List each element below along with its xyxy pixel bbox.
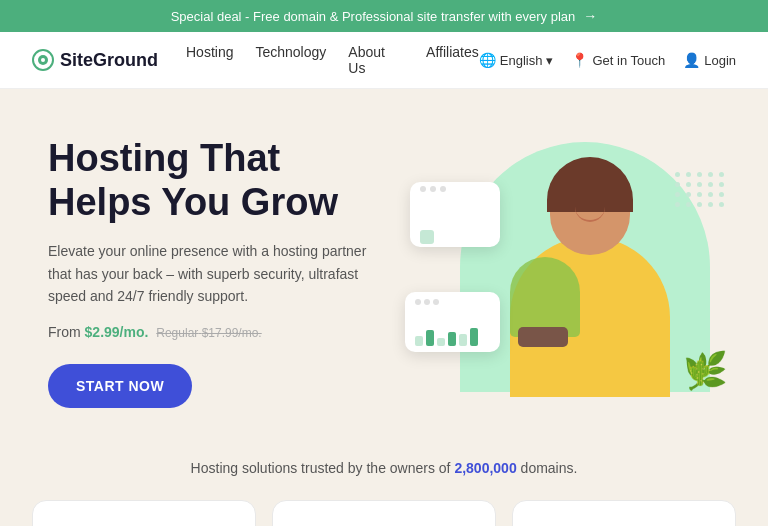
- hero-subtitle: Elevate your online presence with a host…: [48, 240, 388, 307]
- trust-bar: Hosting solutions trusted by the owners …: [0, 440, 768, 492]
- promo-banner[interactable]: Special deal - Free domain & Professiona…: [0, 0, 768, 32]
- logo[interactable]: SiteGround: [32, 49, 158, 71]
- hero-price: From $2.99/mo. Regular $17.99/mo.: [48, 324, 400, 340]
- trust-text: Hosting solutions trusted by the owners …: [191, 460, 451, 476]
- contact-link[interactable]: 📍 Get in Touch: [571, 52, 665, 68]
- banner-arrow: →: [583, 8, 597, 24]
- nav-links: Hosting Technology About Us Affiliates: [186, 44, 479, 76]
- main-nav: SiteGround Hosting Technology About Us A…: [0, 32, 768, 89]
- svg-point-2: [41, 58, 45, 62]
- location-icon: 📍: [571, 52, 588, 68]
- chevron-down-icon: ▾: [546, 53, 553, 68]
- hero-text: Hosting That Helps You Grow Elevate your…: [48, 137, 400, 408]
- hero-title: Hosting That Helps You Grow: [48, 137, 400, 224]
- hero-image: 🌿 🌵: [400, 142, 720, 402]
- floating-card-1: [410, 182, 500, 247]
- wordpress-hosting-card: W WordPress Hosting Manage your WordPres…: [272, 500, 496, 526]
- floating-card-2: [405, 292, 500, 352]
- login-link[interactable]: 👤 Login: [683, 52, 736, 68]
- cactus-decoration: 🌵: [685, 359, 715, 387]
- nav-right: 🌐 English ▾ 📍 Get in Touch 👤 Login: [479, 52, 736, 68]
- hosting-cards: Web Hosting Fast and secure hosting for …: [0, 492, 768, 526]
- hero-section: Hosting That Helps You Grow Elevate your…: [0, 89, 768, 440]
- nav-item-affiliates[interactable]: Affiliates: [426, 44, 479, 76]
- dots-decoration: [675, 172, 725, 207]
- contact-label: Get in Touch: [592, 53, 665, 68]
- translate-icon: 🌐: [479, 52, 496, 68]
- regular-price: Regular $17.99/mo.: [156, 326, 261, 340]
- nav-item-technology[interactable]: Technology: [255, 44, 326, 76]
- language-label: English: [500, 53, 543, 68]
- banner-text: Special deal - Free domain & Professiona…: [171, 9, 576, 24]
- price-value: $2.99: [85, 324, 120, 340]
- nav-item-hosting[interactable]: Hosting: [186, 44, 233, 76]
- logo-text: SiteGround: [60, 50, 158, 71]
- woocommerce-hosting-card: Woo WooCommerce Hosting Boost your busin…: [512, 500, 736, 526]
- cta-button[interactable]: START NOW: [48, 364, 192, 408]
- web-hosting-card: Web Hosting Fast and secure hosting for …: [32, 500, 256, 526]
- language-selector[interactable]: 🌐 English ▾: [479, 52, 554, 68]
- login-label: Login: [704, 53, 736, 68]
- trust-highlight: 2,800,000: [454, 460, 516, 476]
- nav-item-about-us[interactable]: About Us: [348, 44, 404, 76]
- user-icon: 👤: [683, 52, 700, 68]
- trust-suffix: domains.: [521, 460, 578, 476]
